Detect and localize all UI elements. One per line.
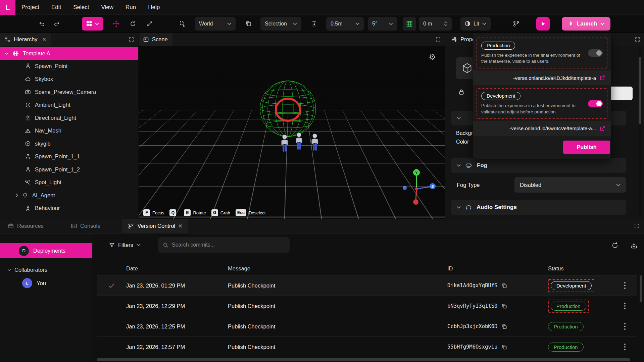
hierarchy-item-spawn-point[interactable]: Spawn_Point	[0, 60, 138, 73]
copy-icon[interactable]	[501, 324, 507, 329]
hierarchy-item-skyglb[interactable]: skyglb	[0, 137, 138, 150]
avatar-figure[interactable]	[280, 134, 290, 155]
vertical-scrollbar-thumb[interactable]	[640, 275, 642, 302]
world-space-dropdown[interactable]: World	[195, 17, 236, 31]
wireframe-sphere[interactable]	[259, 80, 316, 137]
scene-viewport[interactable]: Y Z ⚙ F Focus Q E Rotate G Grab	[139, 46, 445, 219]
rotate-tool-button[interactable]	[126, 17, 140, 31]
shading-mode-dropdown[interactable]: Lit	[460, 17, 491, 31]
hierarchy-item-spawn-point-1-2[interactable]: Spawn_Point_1_2	[0, 163, 138, 176]
undo-button[interactable]	[35, 17, 48, 31]
row-menu-button[interactable]	[621, 343, 637, 351]
pivot-dropdown[interactable]: Selection	[260, 17, 301, 31]
sidebar-item-deployments[interactable]: D Deployments	[0, 243, 92, 258]
hierarchy-item-spawn-point-1-1[interactable]: Spawn_Point_1_1	[0, 150, 138, 163]
sidebar-group-collaborators[interactable]: Collaborators	[0, 263, 92, 276]
horizontal-scrollbar-thumb[interactable]	[97, 358, 630, 361]
refresh-button[interactable]	[608, 239, 621, 252]
ai-agent-icon	[22, 192, 28, 198]
viewport-settings-gear-icon[interactable]: ⚙	[429, 52, 436, 62]
tab-console[interactable]: Console	[65, 219, 107, 234]
expand-panel-icon[interactable]	[129, 37, 134, 42]
external-link-icon[interactable]	[599, 75, 605, 81]
app-logo[interactable]: L	[0, 0, 15, 15]
transform-gizmo[interactable]: Y Z	[395, 167, 438, 211]
publish-button[interactable]: Publish	[563, 141, 610, 154]
section-audio-settings[interactable]: Audio Settings	[451, 200, 626, 215]
rotate-snap-dropdown[interactable]: 5°	[368, 17, 397, 31]
expand-panel-icon[interactable]	[436, 37, 441, 42]
row-menu-button[interactable]	[621, 322, 637, 330]
move-snap-dropdown[interactable]: 0.5m	[326, 17, 364, 31]
grid-snap-icon[interactable]	[403, 17, 416, 31]
copy-icon[interactable]	[501, 344, 507, 350]
production-toggle[interactable]	[588, 49, 603, 57]
hierarchy-item-directional-light[interactable]: Directional_Light	[0, 111, 138, 124]
menu-view[interactable]: View	[95, 4, 119, 11]
lock-icon[interactable]	[458, 89, 465, 95]
external-link-icon[interactable]	[599, 125, 605, 132]
hierarchy-item-ambient-light[interactable]: Ambient_Light	[0, 99, 138, 112]
production-link-row[interactable]: -verse.onland.io/aKDJkdd/template-a	[473, 70, 611, 85]
hierarchy-root-template-a[interactable]: Template A	[0, 47, 138, 60]
copy-icon[interactable]	[501, 283, 507, 289]
select-box-icon[interactable]	[176, 17, 189, 31]
expand-panel-icon[interactable]	[635, 37, 640, 42]
tab-hierarchy[interactable]: Hierarchy	[0, 33, 51, 46]
chevron-right-icon[interactable]	[15, 193, 18, 197]
menu-select[interactable]: Select	[67, 4, 95, 11]
version-control-icon[interactable]	[509, 17, 523, 31]
snap-to-ground-icon[interactable]	[307, 17, 321, 31]
filters-button[interactable]: Filters	[109, 238, 141, 252]
sidebar-item-you[interactable]: L You	[0, 276, 92, 290]
development-link[interactable]: -verse.onland.io/Kwr3cVe/template-a...	[509, 125, 596, 131]
table-row[interactable]: Jan 23, 2026, 01:29 PM Publish Checkpoin…	[97, 275, 637, 296]
chevron-down-icon[interactable]	[7, 269, 11, 271]
hierarchy-item-spot-light[interactable]: Spot_Light	[0, 176, 138, 189]
launch-button[interactable]: Launch	[562, 17, 610, 31]
avatar-figure[interactable]	[310, 133, 320, 154]
play-button[interactable]	[536, 17, 550, 31]
close-icon[interactable]	[42, 38, 46, 41]
move-tool-button[interactable]	[109, 17, 123, 31]
stepper-arrows-icon[interactable]	[444, 21, 447, 26]
row-menu-button[interactable]	[621, 281, 637, 290]
hierarchy-item-skybox[interactable]: Skybox	[0, 73, 138, 86]
elevation-stepper[interactable]: 0 m	[419, 17, 452, 31]
row-menu-button[interactable]	[621, 302, 637, 310]
status-badge: Production	[551, 302, 586, 311]
table-row[interactable]: Jan 23, 2026, 12:25 PM Publish Checkpoin…	[97, 316, 637, 337]
section-fog[interactable]: Fog	[451, 158, 626, 173]
tab-version-control[interactable]: Version Control	[122, 219, 188, 234]
hierarchy-item-ai-agent[interactable]: AI_Agent	[0, 189, 138, 202]
menu-edit[interactable]: Edit	[45, 4, 67, 11]
development-toggle[interactable]	[588, 100, 603, 107]
view-mode-button[interactable]	[82, 17, 103, 31]
scale-tool-button[interactable]	[143, 17, 156, 31]
redo-button[interactable]	[50, 17, 64, 31]
avatar-figure[interactable]	[294, 132, 304, 153]
menu-help[interactable]: Help	[142, 4, 166, 11]
tab-scene[interactable]: Scene	[139, 33, 172, 46]
development-link-row[interactable]: -verse.onland.io/Kwr3cVe/template-a...	[473, 121, 611, 136]
hierarchy-item-scene-preview-camera[interactable]: Scene_Preview_Camera	[0, 86, 138, 99]
menu-project[interactable]: Project	[15, 4, 45, 11]
table-row[interactable]: Jan 23, 2026, 12:29 PM Publish Checkpoin…	[97, 296, 637, 316]
production-link[interactable]: -verse.onland.io/aKDJkdd/template-a	[513, 75, 596, 81]
hierarchy-item-behaviour[interactable]: Behaviour	[0, 202, 138, 215]
commit-export-button[interactable]	[628, 239, 640, 252]
duplicate-icon[interactable]	[242, 17, 255, 31]
fog-type-dropdown[interactable]: Disabled	[514, 177, 626, 193]
copy-icon[interactable]	[501, 303, 507, 309]
close-icon[interactable]	[179, 224, 182, 228]
expand-panel-icon[interactable]	[634, 223, 639, 228]
chevron-down-icon	[355, 22, 359, 25]
tab-resources[interactable]: Resources	[2, 219, 50, 234]
search-commits-input[interactable]	[172, 242, 285, 248]
search-commits-box[interactable]	[158, 237, 290, 253]
chevron-down-icon[interactable]	[5, 52, 8, 55]
properties-scrollbar-thumb[interactable]	[639, 57, 641, 124]
table-row[interactable]: Jan 22, 2026, 12:57 PM Publish Checkpoin…	[97, 337, 637, 357]
menu-run[interactable]: Run	[119, 4, 142, 11]
hierarchy-item-nav-mesh[interactable]: Nav_Mesh	[0, 124, 138, 138]
